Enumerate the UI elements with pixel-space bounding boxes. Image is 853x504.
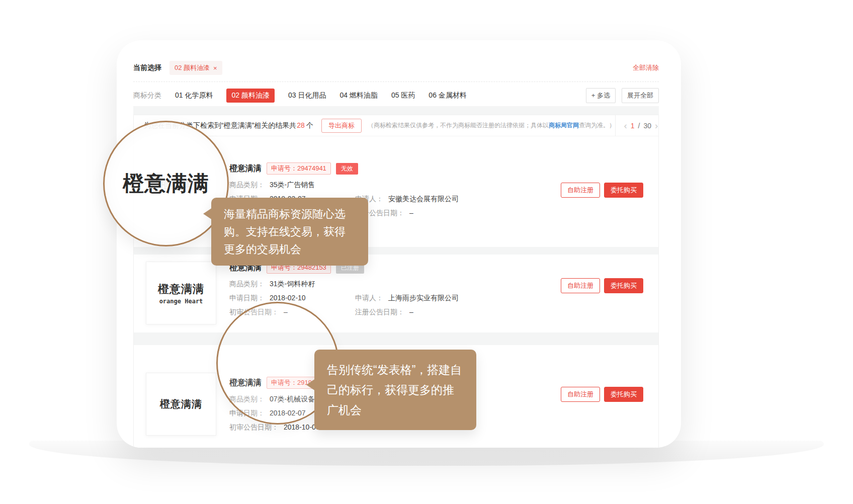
tooltip-resources: 海量精品商标资源随心选购。支持在线交易，获得更多的交易机会 (211, 198, 368, 266)
results-count: 28 (297, 121, 305, 129)
category-item-01[interactable]: 01 化学原料 (175, 91, 213, 100)
field-value: – (409, 308, 413, 317)
entrust-purchase-button[interactable]: 委托购买 (604, 183, 643, 198)
trademark-image: 橙意满满 (146, 373, 216, 436)
close-icon[interactable]: × (213, 64, 217, 72)
category-item-06[interactable]: 06 金属材料 (429, 91, 466, 100)
category-bar-label: 商标分类 (133, 91, 161, 100)
divider (133, 81, 659, 82)
row-actions: 自助注册 委托购买 (552, 153, 658, 247)
expand-all-button[interactable]: 展开全部 (622, 88, 659, 103)
trademark-row: 橙意满满 orange Heart 橙意满满 申请号：29482153 已注册 … (134, 255, 658, 332)
row-actions: 自助注册 委托购买 (552, 262, 658, 332)
tooltip-arrow-icon (306, 379, 315, 391)
category-actions: + 多选 展开全部 (586, 88, 659, 103)
tooltip-arrow-icon (203, 208, 212, 220)
trademark-logo-text: 橙意满满 (160, 397, 202, 411)
field-label: 初审公告日期： (229, 423, 279, 432)
current-selection-label: 当前选择 (133, 63, 161, 72)
tooltip-promotion: 告别传统“发表格”，搭建自己的标行，获得更多的推广机会 (314, 350, 476, 430)
pagination: ‹ 1 / 30 › (615, 115, 658, 136)
trademark-name: 橙意满满 (229, 163, 262, 174)
self-register-button[interactable]: 自助注册 (561, 387, 600, 402)
results-disclaimer: （商标检索结果仅供参考，不作为商标能否注册的法律依据；具体以商标局官网查询为准。… (368, 121, 615, 130)
trademark-office-link[interactable]: 商标局官网 (549, 122, 579, 129)
disclaimer-text-post: 查询为准。） (579, 122, 615, 129)
row-actions: 自助注册 委托购买 (552, 373, 658, 448)
row-gap (134, 332, 658, 345)
category-item-04[interactable]: 04 燃料油脂 (339, 91, 377, 100)
chevron-left-icon[interactable]: ‹ (624, 121, 627, 130)
page-total: 30 (643, 122, 651, 130)
results-header: 为您在当前分类下检索到“橙意满满”相关的结果共28个 导出商标 （商标检索结果仅… (134, 115, 658, 136)
field-label: 商品类别： (229, 280, 265, 289)
results-summary-suffix: 个 (306, 121, 313, 129)
clear-all-button[interactable]: 全部清除 (633, 63, 659, 72)
current-selection-bar: 当前选择 02 颜料油漆 × 全部清除 (133, 60, 659, 75)
magnified-trademark-text: 橙意满满 (123, 170, 209, 198)
field-value: 35类-广告销售 (270, 181, 315, 190)
status-badge: 无效 (336, 163, 358, 175)
tooltip-resources-text: 海量精品商标资源随心选购。支持在线交易，获得更多的交易机会 (224, 208, 346, 256)
self-register-button[interactable]: 自助注册 (561, 278, 600, 293)
application-number-tag: 申请号：29474941 (267, 162, 331, 175)
field-label: 注册公告日期： (355, 308, 404, 317)
category-item-05[interactable]: 05 医药 (391, 91, 415, 100)
selected-filter-tag-label: 02 颜料油漆 (175, 63, 210, 72)
chevron-right-icon[interactable]: › (655, 121, 658, 130)
self-register-button[interactable]: 自助注册 (561, 183, 600, 198)
section-gap (133, 106, 659, 115)
disclaimer-text-pre: （商标检索结果仅供参考，不作为商标能否注册的法律依据；具体以 (368, 122, 549, 129)
category-item-03[interactable]: 03 日化用品 (288, 91, 326, 100)
trademark-image: 橙意满满 orange Heart (146, 262, 216, 324)
multi-select-button[interactable]: + 多选 (586, 88, 616, 103)
category-item-02-selected[interactable]: 02 颜料油漆 (226, 89, 274, 103)
page-separator: / (638, 122, 640, 130)
tooltip-promotion-text: 告别传统“发表格”，搭建自己的标行，获得更多的推广机会 (327, 363, 462, 416)
field-value: 31类-饲料种籽 (270, 280, 315, 289)
entrust-purchase-button[interactable]: 委托购买 (604, 387, 643, 402)
trademark-logo-subtext: orange Heart (159, 298, 203, 305)
field-label: 商品类别： (229, 181, 265, 190)
field-value: – (409, 209, 413, 218)
trademark-logo-text: 橙意满满 (158, 282, 204, 297)
field-value: 上海雨步实业有限公司 (388, 294, 459, 303)
entrust-purchase-button[interactable]: 委托购买 (604, 278, 643, 293)
field-label: 申请日期： (229, 294, 265, 303)
export-trademarks-button[interactable]: 导出商标 (321, 119, 362, 133)
field-value: 安徽美达会展有限公司 (388, 195, 459, 204)
page-current: 1 (631, 122, 635, 130)
field-label: 申请人： (355, 294, 383, 303)
selected-filter-tag[interactable]: 02 颜料油漆 × (169, 61, 222, 75)
category-bar: 商标分类 01 化学原料 02 颜料油漆 03 日化用品 04 燃料油脂 05 … (133, 89, 659, 103)
magnifier-bubble: 橙意满满 (103, 121, 229, 246)
